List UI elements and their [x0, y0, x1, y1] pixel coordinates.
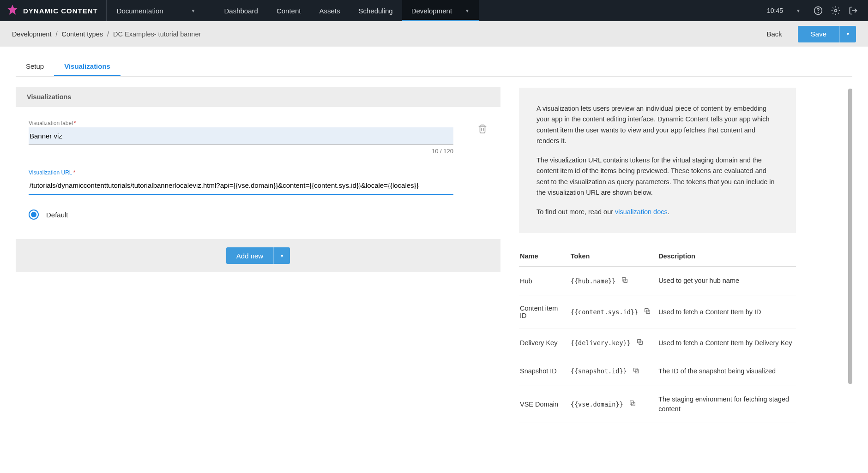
token-description: Used to get your hub name	[655, 267, 796, 295]
breadcrumb: Development / Content types / DC Example…	[12, 30, 201, 38]
main-content: Visualizations Visualization label* 10 /…	[0, 77, 868, 473]
delete-visualization-button[interactable]	[477, 124, 488, 136]
token-table: Name Token Description Hub {{hub.name}} …	[519, 246, 796, 423]
radio-checked-icon	[31, 212, 36, 217]
top-navbar: DYNAMIC CONTENT Documentation ▼ Dashboar…	[0, 0, 868, 21]
brand-text: DYNAMIC CONTENT	[23, 7, 98, 15]
visualization-url-input[interactable]	[29, 177, 453, 195]
caret-down-icon: ▼	[846, 31, 850, 36]
page-tabs: Setup Visualizations	[16, 47, 852, 77]
brand-logo-group: DYNAMIC CONTENT	[0, 4, 106, 18]
table-row: Hub {{hub.name}} Used to get your hub na…	[519, 267, 796, 295]
label-field-group: Visualization label* 10 / 120	[29, 120, 488, 155]
copy-icon[interactable]	[633, 367, 640, 376]
nav-tab-assets[interactable]: Assets	[310, 0, 349, 21]
visualization-card: Visualization label* 10 / 120 Visualizat…	[16, 107, 500, 231]
right-column: A visualization lets users preview an in…	[519, 87, 796, 473]
col-name-header: Name	[519, 246, 567, 267]
nav-tab-development-label: Development	[411, 7, 452, 15]
col-token-header: Token	[567, 246, 655, 267]
token-description: The ID of the snapshot being visualized	[655, 357, 796, 385]
col-description-header: Description	[655, 246, 796, 267]
gear-icon[interactable]	[830, 5, 841, 16]
nav-tab-dashboard[interactable]: Dashboard	[215, 0, 267, 21]
default-radio[interactable]	[29, 210, 39, 220]
brand-logo-icon	[6, 4, 18, 18]
label-char-count: 10 / 120	[29, 148, 453, 155]
save-button[interactable]: Save	[798, 26, 839, 42]
caret-down-icon: ▼	[191, 8, 196, 13]
token-name: Hub	[519, 267, 567, 295]
tab-setup[interactable]: Setup	[16, 58, 54, 76]
documentation-dropdown[interactable]: Documentation ▼	[107, 7, 206, 15]
add-new-dropdown-button[interactable]: ▼	[273, 247, 290, 264]
token-name: Snapshot ID	[519, 357, 567, 385]
panel-header: Visualizations	[16, 87, 500, 107]
table-row: Delivery Key {{delivery.key}} Used to fe…	[519, 329, 796, 357]
token-code: {{delivery.key}}	[571, 339, 631, 347]
info-box: A visualization lets users preview an in…	[519, 88, 796, 233]
tab-visualizations[interactable]: Visualizations	[54, 58, 121, 76]
token-description: Used to fetch a Content Item by ID	[655, 295, 796, 329]
token-description: Used to fetch a Content Item by Delivery…	[655, 329, 796, 357]
add-footer: Add new ▼	[16, 239, 500, 272]
documentation-label: Documentation	[117, 7, 163, 15]
breadcrumb-current: DC Examples- tutorial banner	[113, 30, 201, 38]
help-icon[interactable]	[813, 5, 824, 16]
visualization-label-input[interactable]	[29, 127, 453, 145]
subheader: Development / Content types / DC Example…	[0, 21, 868, 47]
table-row: Content item ID {{content.sys.id}} Used …	[519, 295, 796, 329]
visualization-url-label: Visualization URL*	[29, 169, 488, 176]
save-button-group: Save ▼	[798, 26, 856, 42]
token-description: The staging environment for fetching sta…	[655, 385, 796, 423]
info-paragraph-2: The visualization URL contains tokens fo…	[536, 155, 778, 198]
token-code: {{hub.name}}	[571, 277, 616, 285]
scrollbar-thumb[interactable]	[848, 89, 852, 384]
token-name: Delivery Key	[519, 329, 567, 357]
nav-tab-content[interactable]: Content	[267, 0, 310, 21]
nav-right-group: 10:45 ▼	[767, 5, 868, 16]
svg-point-3	[835, 10, 837, 12]
url-field-group: Visualization URL*	[29, 169, 488, 195]
copy-icon[interactable]	[629, 400, 636, 408]
svg-marker-0	[7, 5, 18, 15]
nav-tab-scheduling[interactable]: Scheduling	[349, 0, 402, 21]
caret-down-icon: ▼	[796, 8, 801, 13]
logout-icon[interactable]	[848, 5, 859, 16]
table-row: Snapshot ID {{snapshot.id}} The ID of th…	[519, 357, 796, 385]
save-dropdown-button[interactable]: ▼	[839, 26, 856, 42]
time-dropdown[interactable]: 10:45 ▼	[767, 7, 801, 14]
caret-down-icon: ▼	[280, 253, 284, 258]
copy-icon[interactable]	[644, 307, 651, 316]
info-paragraph-3: To find out more, read our visualization…	[536, 207, 778, 217]
token-name: Content item ID	[519, 295, 567, 329]
copy-icon[interactable]	[621, 276, 628, 285]
caret-down-icon: ▼	[465, 8, 470, 13]
time-value: 10:45	[767, 7, 783, 14]
breadcrumb-development[interactable]: Development	[12, 30, 51, 38]
default-radio-label: Default	[46, 211, 68, 219]
table-row: VSE Domain {{vse.domain}} The staging en…	[519, 385, 796, 423]
token-name: VSE Domain	[519, 385, 567, 423]
info-paragraph-1: A visualization lets users preview an in…	[536, 103, 778, 147]
left-column: Visualizations Visualization label* 10 /…	[16, 87, 500, 473]
breadcrumb-content-types[interactable]: Content types	[62, 30, 103, 38]
back-link[interactable]: Back	[766, 30, 782, 38]
token-code: {{content.sys.id}}	[571, 308, 638, 316]
nav-tab-development[interactable]: Development ▼	[402, 0, 479, 21]
visualization-docs-link[interactable]: visualization docs	[615, 208, 668, 216]
default-radio-row: Default	[29, 210, 488, 220]
primary-nav-tabs: Dashboard Content Assets Scheduling Deve…	[215, 0, 478, 21]
add-button-group: Add new ▼	[226, 247, 290, 264]
visualization-label-label: Visualization label*	[29, 120, 488, 126]
add-new-button[interactable]: Add new	[226, 247, 273, 264]
svg-point-2	[818, 12, 819, 13]
copy-icon[interactable]	[636, 338, 644, 347]
token-code: {{snapshot.id}}	[571, 367, 627, 375]
token-code: {{vse.domain}}	[571, 401, 623, 408]
